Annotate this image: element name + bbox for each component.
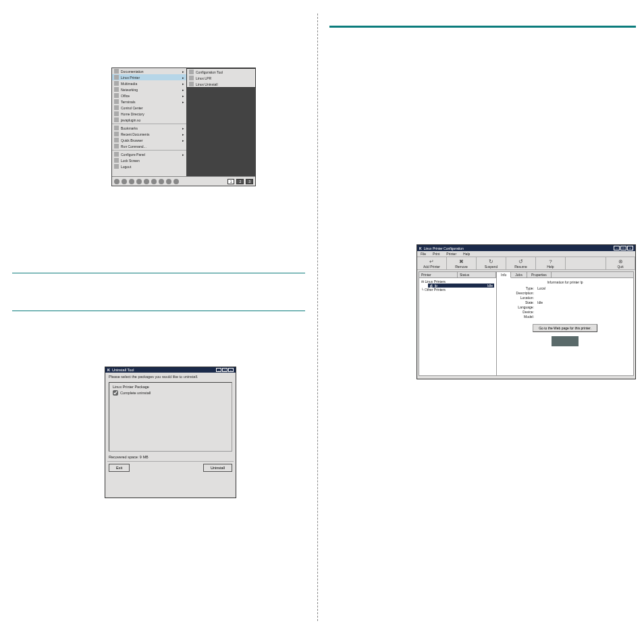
folder-icon (114, 87, 119, 92)
go-webpage-button[interactable]: Go to the Web page for this printer. (533, 324, 597, 332)
packages-panel: Linux Printer Package Complete uninstall (109, 382, 232, 452)
remove-button[interactable]: ✖Remove (447, 257, 477, 269)
close-icon[interactable]: × (228, 368, 234, 372)
pager-3[interactable]: 3 (246, 179, 253, 184)
info-v: Idle (537, 300, 543, 304)
bookmark-icon (114, 126, 119, 130)
menu-printer[interactable]: Printer (446, 252, 456, 256)
tab-jobs[interactable]: Jobs (511, 272, 527, 277)
menu-print[interactable]: Print (433, 252, 439, 256)
info-k: State: (500, 300, 537, 304)
controlcenter-icon (114, 105, 119, 110)
maximize-icon[interactable]: □ (222, 368, 227, 372)
tab-info[interactable]: Info (497, 272, 511, 278)
run-icon (114, 144, 119, 149)
close-icon[interactable]: × (627, 246, 633, 250)
complete-uninstall-checkbox[interactable]: Complete uninstall (113, 390, 228, 396)
menu-item-label: Lock Screen (121, 159, 140, 163)
window-buttons: – □ × (216, 368, 234, 372)
pager-1[interactable]: 1 (227, 179, 235, 184)
submenu-label: Configuration Tool (196, 70, 223, 74)
config-icon (114, 152, 119, 157)
arrow-right-icon (182, 82, 184, 86)
taskbar-icon[interactable] (173, 179, 179, 184)
taskbar-icon[interactable] (151, 179, 157, 184)
info-k: Language: (500, 305, 537, 309)
tab-properties[interactable]: Properties (527, 272, 552, 277)
minimize-icon[interactable]: – (216, 368, 221, 372)
menu-separator (112, 150, 186, 151)
menu-file[interactable]: File (421, 252, 426, 256)
info-k: Type: (500, 286, 537, 290)
taskbar-icon[interactable] (129, 179, 134, 184)
taskbar-icon[interactable] (136, 179, 142, 184)
info-content: Information for printer lp Type:Local De… (497, 278, 633, 348)
checkbox-icon[interactable] (113, 390, 118, 396)
arrow-right-icon (182, 126, 184, 130)
taskbar: 1 2 3 (112, 176, 255, 186)
folder-icon (114, 81, 119, 86)
tool-icon (189, 82, 194, 86)
btn-label: Help (536, 265, 565, 269)
tree-other-label: Other Printers (425, 288, 446, 292)
submenu-item[interactable]: Configuration Tool (187, 69, 255, 75)
resume-button[interactable]: ↺Resume (506, 257, 536, 269)
uninstall-button[interactable]: Uninstall (203, 464, 232, 472)
taskbar-icon[interactable] (114, 179, 119, 184)
center-dashed-divider (317, 14, 318, 621)
home-icon (114, 111, 119, 116)
menu-item-label: Run Command... (121, 144, 146, 149)
arrow-right-icon (182, 100, 184, 104)
arrow-right-icon (182, 153, 184, 157)
arrow-right-icon (182, 94, 184, 98)
info-title: Information for printer lp (500, 280, 630, 284)
help-button[interactable]: ?Help (536, 257, 566, 269)
arrow-right-icon (182, 70, 184, 74)
tool-icon (189, 70, 194, 74)
uninstall-tool-window: KUninstall Tool – □ × Please select the … (105, 367, 236, 498)
suspend-icon: ↻ (477, 258, 506, 265)
folder-icon (114, 69, 119, 74)
taskbar-icon[interactable] (122, 179, 127, 184)
menu-item-label: Linux Printer (121, 76, 140, 80)
menu-dark-bg (186, 80, 255, 176)
menu-item-label: javaplugin.so (121, 118, 140, 122)
menu-item-label: Multimedia (121, 82, 137, 86)
pager-2[interactable]: 2 (236, 179, 244, 184)
window-title: Linux Printer Configuration (424, 246, 464, 250)
recent-icon (114, 132, 119, 136)
toolbar: ↵Add Printer ✖Remove ↻Suspend ↺Resume ?H… (417, 257, 635, 270)
teal-rule-top (329, 26, 636, 28)
kde-icon: K (419, 246, 422, 250)
lock-icon (114, 158, 119, 163)
menu-item-label: Configure Panel (121, 153, 145, 157)
info-k: Device: (500, 310, 537, 314)
menu-item-label: Recent Documents (121, 132, 150, 136)
menu-item-label: Documentation (121, 70, 144, 74)
menu-item-label: Bookmarks (121, 126, 138, 130)
startmenu-screenshot: Documentation Linux Printer Multimedia N… (111, 68, 256, 186)
suspend-button[interactable]: ↻Suspend (477, 257, 506, 269)
taskbar-icon[interactable] (144, 179, 149, 184)
minimize-icon[interactable]: – (614, 246, 620, 250)
printer-tree[interactable]: ⊟ Linux Printers 🖨lp Idle └ Other Printe… (419, 278, 496, 293)
maximize-icon[interactable]: □ (620, 246, 626, 250)
titlebar: KLinux Printer Configuration – □ × (417, 245, 635, 251)
submenu-item[interactable]: Linux Uninstall (187, 81, 255, 87)
tree-header: Printer Status (419, 272, 496, 278)
section-divider-2 (12, 311, 305, 311)
menubar: File Print Printer Help (417, 251, 635, 257)
menu-item-linux-printer[interactable]: Linux Printer (112, 74, 186, 80)
exit-button[interactable]: Exit (109, 464, 130, 472)
submenu-item[interactable]: Linux LPR (187, 75, 255, 81)
taskbar-icon[interactable] (166, 179, 171, 184)
menu-left-list: Documentation Linux Printer Multimedia N… (112, 68, 186, 169)
uninstall-footer: Exit Uninstall (105, 462, 236, 474)
menu-item-label: Office (121, 94, 130, 98)
quit-button[interactable]: ⊗Quit (606, 257, 635, 269)
package-group: Linux Printer Package (113, 385, 228, 389)
taskbar-icon[interactable] (159, 179, 164, 184)
menu-help[interactable]: Help (463, 252, 470, 256)
tree-other[interactable]: └ Other Printers (421, 288, 494, 292)
add-printer-button[interactable]: ↵Add Printer (417, 257, 447, 269)
